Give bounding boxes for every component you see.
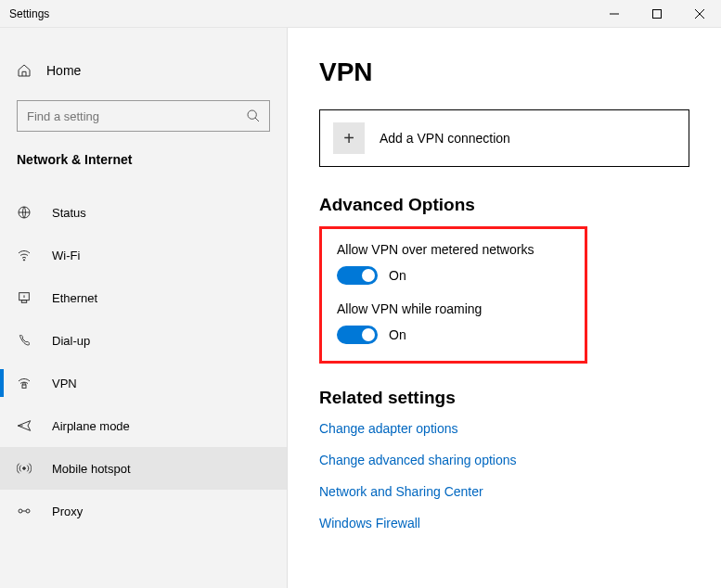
svg-point-14 <box>26 509 30 513</box>
sidebar-item-wifi[interactable]: Wi-Fi <box>0 234 287 276</box>
airplane-icon <box>17 418 32 433</box>
nav-label: Airplane mode <box>52 419 130 433</box>
page-title: VPN <box>319 58 689 87</box>
toggle-roaming-switch[interactable] <box>337 326 378 344</box>
close-button[interactable] <box>678 0 721 28</box>
vpn-icon <box>17 376 32 390</box>
related-settings-title: Related settings <box>319 388 689 408</box>
sidebar-item-ethernet[interactable]: Ethernet <box>0 276 287 319</box>
home-icon <box>17 63 32 78</box>
hotspot-icon <box>17 461 32 476</box>
svg-point-13 <box>19 509 22 513</box>
search-wrap <box>17 100 270 132</box>
search-input[interactable] <box>17 100 270 132</box>
svg-point-7 <box>23 260 24 261</box>
sidebar-item-proxy[interactable]: Proxy <box>0 490 287 532</box>
svg-rect-9 <box>21 300 26 303</box>
toggle-metered-label: Allow VPN over metered networks <box>337 242 570 257</box>
svg-point-12 <box>23 467 26 470</box>
nav-label: Status <box>52 206 86 220</box>
toggle-metered: Allow VPN over metered networks On <box>337 242 570 285</box>
sidebar-item-dialup[interactable]: Dial-up <box>0 319 287 362</box>
toggle-roaming-label: Allow VPN while roaming <box>337 301 570 316</box>
nav-label: Mobile hotspot <box>52 462 131 476</box>
search-icon <box>246 109 261 123</box>
wifi-icon <box>17 248 32 262</box>
link-sharing-center[interactable]: Network and Sharing Center <box>319 484 689 499</box>
toggle-roaming-state: On <box>389 327 406 342</box>
add-vpn-button[interactable]: + Add a VPN connection <box>319 109 689 167</box>
sidebar-item-airplane[interactable]: Airplane mode <box>0 404 287 447</box>
window-title: Settings <box>0 7 49 20</box>
sidebar-section-label: Network & Internet <box>0 148 287 184</box>
sidebar-item-hotspot[interactable]: Mobile hotspot <box>0 447 287 490</box>
sidebar-home[interactable]: Home <box>0 54 287 87</box>
toggle-roaming: Allow VPN while roaming On <box>337 301 570 344</box>
dialup-icon <box>17 333 32 348</box>
toggle-metered-state: On <box>389 268 406 283</box>
sidebar-item-status[interactable]: Status <box>0 191 287 234</box>
svg-line-5 <box>255 118 259 121</box>
proxy-icon <box>17 504 32 518</box>
status-icon <box>17 205 32 220</box>
main-content: VPN + Add a VPN connection Advanced Opti… <box>288 28 721 588</box>
link-adapter-options[interactable]: Change adapter options <box>319 421 689 436</box>
highlight-box: Allow VPN over metered networks On Allow… <box>319 226 587 364</box>
nav-label: Ethernet <box>52 291 97 305</box>
link-firewall[interactable]: Windows Firewall <box>319 516 689 530</box>
svg-point-4 <box>248 110 256 119</box>
home-label: Home <box>46 63 81 78</box>
nav-list: Status Wi-Fi Ethernet Dial-up VPN Airpla… <box>0 191 287 532</box>
related-links: Change adapter options Change advanced s… <box>319 421 689 530</box>
svg-rect-1 <box>653 9 662 18</box>
nav-label: Wi-Fi <box>52 249 80 262</box>
minimize-button[interactable] <box>593 0 636 28</box>
nav-label: Proxy <box>52 505 83 518</box>
maximize-button[interactable] <box>636 0 678 28</box>
advanced-options-title: Advanced Options <box>319 195 689 215</box>
plus-icon: + <box>333 122 365 154</box>
toggle-metered-switch[interactable] <box>337 266 378 285</box>
svg-rect-11 <box>22 385 26 388</box>
titlebar: Settings <box>0 0 721 28</box>
add-vpn-label: Add a VPN connection <box>380 131 510 146</box>
nav-label: VPN <box>52 377 77 390</box>
sidebar: Home Network & Internet Status Wi-Fi Eth… <box>0 28 288 588</box>
link-sharing-options[interactable]: Change advanced sharing options <box>319 453 689 467</box>
sidebar-item-vpn[interactable]: VPN <box>0 362 287 404</box>
ethernet-icon <box>17 290 32 305</box>
nav-label: Dial-up <box>52 334 90 348</box>
